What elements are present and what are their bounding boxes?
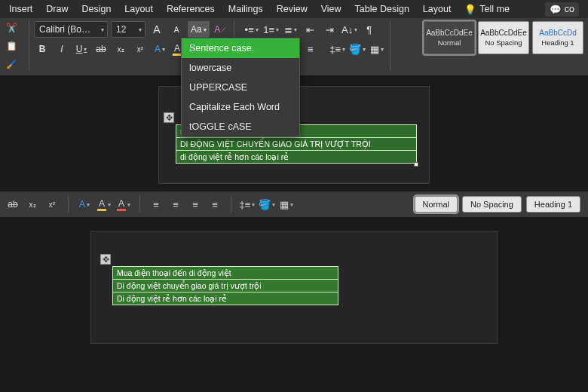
bold-button[interactable]: B (34, 41, 51, 57)
table-resize-handle-icon[interactable] (414, 162, 418, 167)
style-no-spacing[interactable]: No Spacing (462, 196, 522, 213)
separator (139, 196, 140, 213)
font-size-value: 12 (116, 24, 136, 35)
cut-icon[interactable]: ✂️ (5, 21, 18, 35)
font-size-select[interactable]: 12 ▾ (111, 21, 145, 38)
bullets-button[interactable]: •≡ (243, 21, 260, 38)
font-name-value: Calibri (Bo… (39, 24, 98, 35)
case-capitalize-each[interactable]: Capitalize Each Word (182, 97, 299, 117)
justify-button[interactable]: ≡ (302, 41, 319, 57)
separator (231, 196, 231, 213)
table-move-handle-icon[interactable]: ✥ (164, 112, 174, 123)
comment-icon: 💬 (550, 4, 562, 15)
menu-table-design[interactable]: Table Design (355, 4, 409, 14)
table-cell[interactable]: DI ĐỘNG VIỆT CHUYỂN GIAO GIÁ TRỊ VƯỢT TR… (176, 138, 417, 151)
bulb-icon: 💡 (464, 4, 476, 15)
subscript-button[interactable]: x₂ (24, 196, 41, 213)
align-center-button[interactable]: ≡ (167, 196, 184, 213)
font-color-button[interactable]: A (115, 196, 132, 213)
style-preview: AaBbCcDdEe (426, 29, 473, 37)
menu-layout-2[interactable]: Layout (423, 4, 452, 14)
justify-button[interactable]: ≡ (207, 196, 223, 213)
case-sentence[interactable]: Sentence case. (182, 38, 299, 58)
style-normal[interactable]: Normal (415, 196, 458, 213)
case-lowercase[interactable]: lowercase (182, 58, 299, 78)
styles-gallery-bottom: Normal No Spacing Heading 1 (415, 196, 583, 213)
multilevel-button[interactable]: ≣ (283, 21, 299, 38)
change-case-button[interactable]: Aa ▾ (188, 21, 210, 38)
style-normal[interactable]: AaBbCcDdEe Normal (424, 21, 475, 54)
highlight-button[interactable]: A (96, 196, 112, 213)
clear-formatting-button[interactable]: A⟋ (213, 21, 229, 38)
style-label: Heading 1 (541, 38, 574, 47)
text-effects-button[interactable]: A (76, 196, 93, 213)
table-cell[interactable]: Di động việt chuyển giao giá trị vượt tr… (113, 280, 338, 292)
style-label: No Spacing (485, 38, 522, 47)
style-no-spacing[interactable]: AaBbCcDdEe No Spacing (478, 21, 529, 54)
table-wrap: ✥ Mua điện thoại đến di động việt Di độn… (112, 266, 476, 305)
subscript-button[interactable]: x₂ (112, 41, 129, 57)
case-uppercase[interactable]: UPPERCASE (182, 78, 299, 97)
grow-font-button[interactable]: A (149, 21, 165, 38)
font-name-select[interactable]: Calibri (Bo… ▾ (34, 21, 108, 38)
menu-bar: Insert Draw Design Layout References Mai… (0, 0, 588, 18)
share-label: co (565, 4, 574, 14)
numbering-button[interactable]: 1≡ (263, 21, 280, 38)
ribbon: ✂️ 📋 🖌️ Calibri (Bo… ▾ 12 ▾ A A Aa ▾ A⟋ … (0, 18, 588, 75)
style-heading-1[interactable]: AaBbCcDd Heading 1 (532, 21, 583, 54)
menu-mailings[interactable]: Mailings (228, 4, 263, 14)
text-effects-button[interactable]: A (152, 41, 168, 57)
style-heading-1[interactable]: Heading 1 (526, 196, 580, 213)
separator (29, 21, 29, 71)
menu-review[interactable]: Review (277, 4, 308, 14)
borders-button[interactable]: ▦ (369, 41, 385, 57)
align-right-button[interactable]: ≡ (187, 196, 204, 213)
table-cell[interactable]: Di động việt rẻ hơn các loại rẻ (113, 292, 338, 305)
indent-decrease-button[interactable]: ⇤ (302, 21, 319, 38)
table-cell[interactable]: Mua điện thoại đến di động việt (113, 267, 338, 280)
sort-button[interactable]: A↓ (341, 21, 358, 38)
line-spacing-button[interactable]: ‡≡ (329, 41, 346, 57)
style-label: Normal (438, 38, 461, 47)
align-left-button[interactable]: ≡ (148, 196, 164, 213)
page-bottom[interactable]: ✥ Mua điện thoại đến di động việt Di độn… (90, 231, 498, 344)
menu-view[interactable]: View (321, 4, 341, 14)
strike-button[interactable]: ab (5, 196, 21, 213)
shading-button[interactable]: 🪣 (349, 41, 366, 57)
separator (68, 196, 69, 213)
chevron-down-icon: ▾ (204, 26, 207, 33)
italic-button[interactable]: I (54, 41, 70, 57)
table-bottom[interactable]: Mua điện thoại đến di động việt Di động … (112, 266, 338, 305)
separator (390, 21, 390, 71)
superscript-button[interactable]: x² (132, 41, 149, 57)
menu-draw[interactable]: Draw (46, 4, 68, 14)
menu-layout[interactable]: Layout (124, 4, 153, 14)
chevron-down-icon: ▾ (139, 26, 142, 33)
chevron-down-icon: ▾ (101, 26, 104, 33)
menu-insert[interactable]: Insert (9, 4, 32, 14)
case-toggle[interactable]: tOGGLE cASE (182, 117, 299, 136)
shrink-font-button[interactable]: A (168, 21, 185, 38)
line-spacing-button[interactable]: ‡≡ (239, 196, 256, 213)
style-preview: AaBbCcDdEe (480, 29, 527, 37)
shading-button[interactable]: 🪣 (259, 196, 275, 213)
ribbon-bottom: ab x₂ x² A A A ≡ ≡ ≡ ≡ ‡≡ 🪣 ▦ Normal No … (0, 191, 588, 217)
borders-button[interactable]: ▦ (278, 196, 295, 213)
superscript-button[interactable]: x² (44, 196, 60, 213)
menu-references[interactable]: References (167, 4, 215, 14)
underline-button[interactable]: U (73, 41, 90, 57)
strike-button[interactable]: ab (93, 41, 109, 57)
copy-icon[interactable]: 📋 (5, 39, 18, 53)
styles-gallery: AaBbCcDdEe Normal AaBbCcDdEe No Spacing … (419, 21, 583, 54)
share-button[interactable]: 💬 co (545, 2, 579, 17)
format-painter-icon[interactable]: 🖌️ (5, 57, 18, 71)
menu-design[interactable]: Design (81, 4, 111, 14)
tell-me-label: Tell me (479, 4, 510, 14)
change-case-label: Aa (191, 24, 202, 35)
style-preview: AaBbCcDd (539, 29, 576, 37)
indent-increase-button[interactable]: ⇥ (322, 21, 338, 38)
table-move-handle-icon[interactable]: ✥ (100, 254, 111, 265)
table-cell[interactable]: di động việt rẻ hơn các loại rẻ (176, 151, 417, 164)
show-marks-button[interactable]: ¶ (361, 21, 378, 38)
tell-me[interactable]: 💡 Tell me (464, 4, 510, 15)
